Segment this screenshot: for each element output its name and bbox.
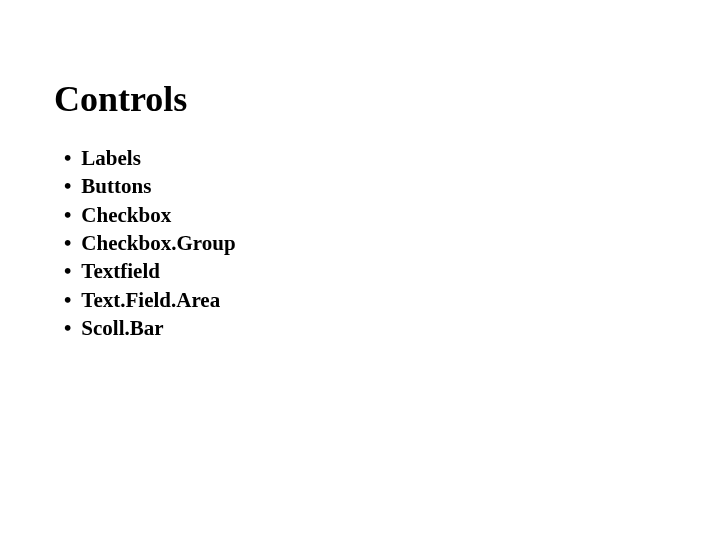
list-item-label: Text.Field.Area (81, 286, 220, 314)
bullet-icon: • (64, 144, 71, 172)
list-item-label: Checkbox.Group (81, 229, 235, 257)
list-item: • Labels (64, 144, 666, 172)
page-title: Controls (54, 78, 666, 120)
controls-list: • Labels • Buttons • Checkbox • Checkbox… (54, 144, 666, 342)
list-item: • Textfield (64, 257, 666, 285)
list-item-label: Labels (81, 144, 141, 172)
bullet-icon: • (64, 229, 71, 257)
list-item: • Scoll.Bar (64, 314, 666, 342)
list-item: • Checkbox.Group (64, 229, 666, 257)
list-item-label: Scoll.Bar (81, 314, 163, 342)
bullet-icon: • (64, 201, 71, 229)
bullet-icon: • (64, 314, 71, 342)
bullet-icon: • (64, 257, 71, 285)
bullet-icon: • (64, 286, 71, 314)
bullet-icon: • (64, 172, 71, 200)
list-item-label: Textfield (81, 257, 160, 285)
list-item: • Buttons (64, 172, 666, 200)
list-item: • Checkbox (64, 201, 666, 229)
list-item: • Text.Field.Area (64, 286, 666, 314)
list-item-label: Buttons (81, 172, 151, 200)
list-item-label: Checkbox (81, 201, 171, 229)
